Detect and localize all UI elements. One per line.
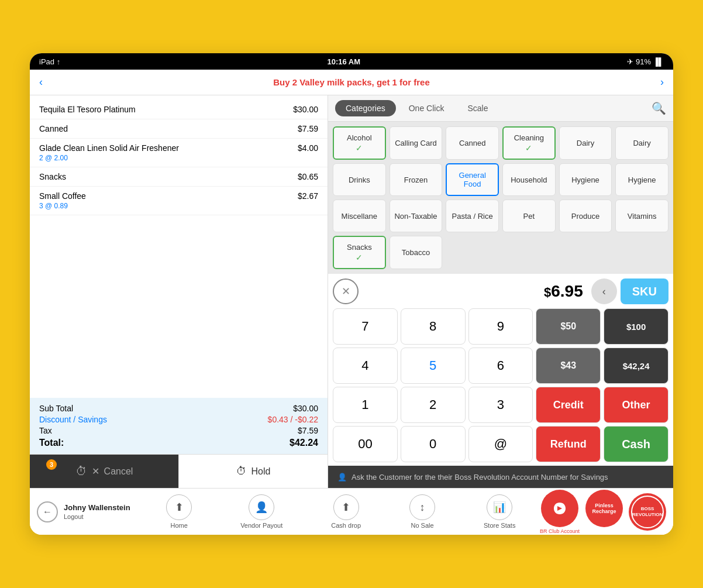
cash-drop-label: Cash drop	[331, 522, 361, 529]
cash-button[interactable]: Cash	[604, 426, 668, 462]
other-button[interactable]: Other	[604, 387, 668, 423]
clear-button[interactable]: ✕	[333, 278, 359, 304]
br-club-account[interactable]: BR Club Account	[540, 490, 580, 534]
key-5[interactable]: 5	[401, 348, 466, 384]
main-content: Tequila El Tesoro Platinum $30.00 Canned…	[30, 95, 673, 488]
cash-drop-icon: ⬆	[333, 494, 359, 520]
cancel-button[interactable]: 3 ⏱ ✕ Cancel	[30, 455, 178, 488]
status-right: ✈ 91% ▐▌	[627, 57, 664, 66]
ipad-label: iPad ↑	[39, 57, 60, 66]
table-row[interactable]: Tequila El Tesoro Platinum $30.00	[30, 100, 328, 119]
action-bar: 3 ⏱ ✕ Cancel ⏱ Hold	[30, 454, 328, 488]
tab-scale[interactable]: Scale	[457, 100, 498, 116]
category-canned[interactable]: Canned	[446, 126, 499, 160]
totals-area: Sub Total $30.00 Discount / Savings $0.4…	[30, 398, 328, 454]
category-empty-3	[559, 236, 612, 269]
category-pasta-rice[interactable]: Pasta / Rice	[446, 200, 499, 232]
discount-val: $0.43 / -$0.22	[268, 415, 318, 424]
notice-icon: 👤	[337, 473, 347, 482]
category-miscellane[interactable]: Miscellane	[333, 200, 386, 232]
key-6[interactable]: 6	[468, 348, 533, 384]
key-at[interactable]: @	[468, 426, 533, 462]
item-price: $0.65	[298, 172, 318, 181]
category-vitamins[interactable]: Vitamins	[615, 200, 668, 232]
category-non-taxable[interactable]: Non-Taxable	[390, 200, 443, 232]
pinless-icon: PinlessRecharge	[585, 490, 623, 527]
table-row[interactable]: Small Coffee 3 @ 0.89 $2.67	[30, 187, 328, 215]
subtotal-label: Sub Total	[39, 404, 73, 413]
category-drinks[interactable]: Drinks	[333, 163, 386, 196]
category-label: Snacks	[347, 243, 372, 252]
category-tobacco[interactable]: Tobacco	[390, 236, 443, 269]
boss-revolution-button[interactable]: BOSSREVOLUTION	[629, 493, 666, 531]
boss-inner: BOSSREVOLUTION	[631, 496, 664, 528]
category-snacks[interactable]: Snacks ✓	[333, 236, 386, 269]
key-00[interactable]: 00	[333, 426, 398, 462]
hold-button[interactable]: ⏱ Hold	[178, 455, 328, 488]
table-row[interactable]: Canned $7.59	[30, 119, 328, 139]
clock-icon: ⏱	[75, 465, 87, 478]
price-dollar: $	[544, 285, 551, 300]
category-calling-card[interactable]: Calling Card	[390, 126, 443, 160]
table-row[interactable]: Glade Clean Linen Solid Air Freshener 2 …	[30, 139, 328, 167]
category-frozen[interactable]: Frozen	[390, 163, 443, 196]
hold-label: Hold	[251, 466, 271, 477]
sku-button[interactable]: SKU	[621, 278, 668, 304]
key-4[interactable]: 4	[333, 348, 398, 384]
nav-home[interactable]: ⬆ Home	[166, 494, 192, 529]
key-3[interactable]: 3	[468, 387, 533, 423]
store-stats-label: Store Stats	[484, 522, 515, 529]
category-dairy-1[interactable]: Dairy	[559, 126, 612, 160]
vendor-payout-label: Vendor Payout	[240, 522, 282, 529]
tax-label: Tax	[39, 426, 52, 435]
category-produce[interactable]: Produce	[559, 200, 612, 232]
nav-no-sale[interactable]: ↕ No Sale	[409, 494, 435, 529]
key-50[interactable]: $50	[536, 308, 601, 345]
key-9[interactable]: 9	[468, 308, 533, 345]
item-name: Glade Clean Linen Solid Air Freshener	[39, 143, 179, 153]
tab-categories[interactable]: Categories	[335, 100, 396, 116]
key-7[interactable]: 7	[333, 308, 398, 345]
nav-store-stats[interactable]: 📊 Store Stats	[484, 494, 515, 529]
key-8[interactable]: 8	[401, 308, 466, 345]
user-name: Johny Wallenstein	[64, 503, 130, 513]
categories-grid: Alcohol ✓ Calling Card Canned Cleaning ✓…	[328, 122, 673, 274]
status-bar: iPad ↑ 10:16 AM ✈ 91% ▐▌	[30, 53, 673, 70]
table-row[interactable]: Snacks $0.65	[30, 167, 328, 187]
device-frame: iPad ↑ 10:16 AM ✈ 91% ▐▌ ‹ Buy 2 Valley …	[30, 53, 673, 535]
key-100[interactable]: $100	[604, 308, 668, 345]
promo-bar: ‹ Buy 2 Valley milk packs, get 1 for fre…	[30, 70, 673, 95]
backspace-button[interactable]: ‹	[591, 278, 617, 304]
promo-right-arrow[interactable]: ›	[660, 76, 664, 88]
key-43[interactable]: $43	[536, 348, 601, 384]
key-1[interactable]: 1	[333, 387, 398, 423]
category-label: Produce	[571, 212, 599, 221]
tab-one-click[interactable]: One Click	[398, 100, 455, 116]
category-label: Drinks	[349, 176, 370, 184]
item-sub: 2 @ 2.00	[39, 154, 179, 162]
refund-button[interactable]: Refund	[536, 426, 601, 462]
total-row: Total: $42.24	[39, 438, 318, 448]
hold-clock-icon: ⏱	[236, 465, 247, 477]
category-hygiene-1[interactable]: Hygiene	[559, 163, 612, 196]
category-label: Hygiene	[571, 176, 599, 184]
nav-cash-drop[interactable]: ⬆ Cash drop	[331, 494, 361, 529]
search-icon[interactable]: 🔍	[652, 101, 666, 115]
key-2[interactable]: 2	[401, 387, 466, 423]
category-general-food[interactable]: General Food	[446, 163, 499, 196]
category-dairy-2[interactable]: Dairy	[615, 126, 668, 160]
pinless-recharge[interactable]: PinlessRecharge x	[585, 490, 623, 534]
logout-button[interactable]: ←	[37, 501, 58, 522]
category-label: Miscellane	[342, 212, 377, 221]
category-household[interactable]: Household	[502, 163, 556, 196]
key-42-24[interactable]: $42,24	[604, 348, 668, 384]
total-val: $42.24	[290, 438, 318, 448]
category-cleaning[interactable]: Cleaning ✓	[502, 126, 556, 160]
category-pet[interactable]: Pet	[502, 200, 556, 232]
category-alcohol[interactable]: Alcohol ✓	[333, 126, 386, 160]
credit-button[interactable]: Credit	[536, 387, 601, 423]
category-hygiene-2[interactable]: Hygiene	[615, 163, 668, 196]
x-icon: ✕	[92, 466, 99, 477]
key-0[interactable]: 0	[401, 426, 466, 462]
nav-vendor-payout[interactable]: 👤 Vendor Payout	[240, 494, 282, 529]
